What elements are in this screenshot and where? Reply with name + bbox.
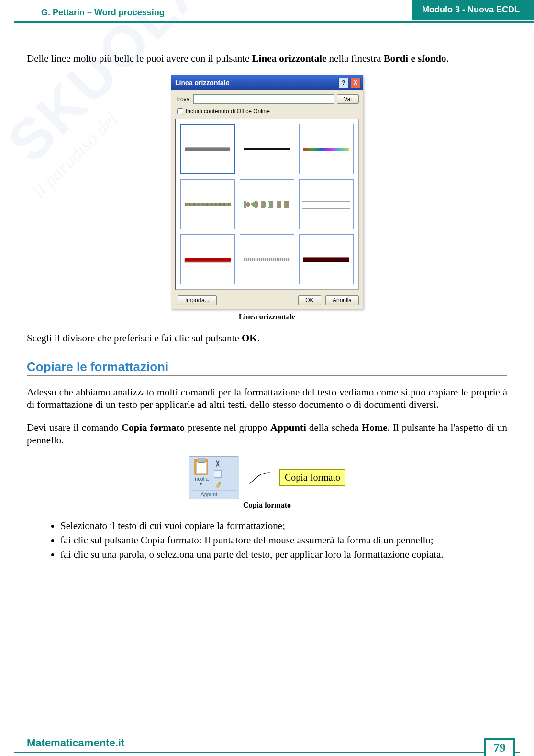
dropdown-arrow-icon: ▾ [200,483,202,485]
cut-icon[interactable] [214,460,222,467]
group-label: Appunti [200,491,218,498]
import-button[interactable]: Importa... [178,295,217,305]
line-swatch-arrows[interactable] [299,179,354,229]
text-bold: Copia formato [122,422,185,433]
section-rule [27,375,507,376]
line-swatch-pattern[interactable] [180,179,235,229]
text: presente nel gruppo [185,422,270,433]
text: Delle linee molto più belle le puoi aver… [27,53,252,64]
page-footer: Matematicamente.it 79 [0,733,534,756]
ok-button[interactable]: OK [298,295,321,305]
figure-caption-2: Copia formato [27,500,507,510]
list-item: fai clic sul pulsante Copia formato: Il … [60,534,507,546]
dialog-launcher-icon[interactable] [222,492,227,497]
help-button[interactable]: ? [338,78,349,88]
clipboard-group: Incolla ▾ Appunti [189,456,239,499]
line-swatch-darkred[interactable] [299,234,354,284]
page-header: G. Pettarin – Word processing Modulo 3 -… [0,0,534,23]
figure-caption-1: Linea orizzontale [27,312,507,322]
dialog-title: Linea orizzontale [175,79,230,88]
text: . [446,53,449,64]
line-swatch-red[interactable] [180,234,235,284]
list-item: fai clic su una parola, o seleziona una … [60,548,507,561]
line-swatch-notched[interactable] [240,234,294,284]
text: Devi usare il comando [27,422,122,433]
include-online-label: Includi contenuto di Office Online [186,108,270,115]
include-online-checkbox[interactable] [177,108,183,114]
line-swatch-thin-dark[interactable] [240,124,294,174]
text-bold: Bordi e sfondo [384,53,446,64]
format-painter-icon[interactable] [214,481,222,488]
page-number: 79 [484,738,515,756]
text-bold: Appunti [270,422,306,433]
paragraph-3: Adesso che abbiamo analizzato molti coma… [27,386,507,411]
text: . [257,332,260,344]
go-button[interactable]: Vai [337,94,359,104]
line-gallery [175,119,359,290]
footer-site: Matematicamente.it [27,737,124,749]
instruction-list: Selezionato il testo di cui vuoi copiare… [27,519,507,561]
paste-button[interactable]: Incolla ▾ [191,459,211,485]
text-bold: Home [362,422,388,433]
callout-connector [249,467,270,489]
paragraph-2: Scegli il divisore che preferisci e fai … [27,332,507,344]
footer-rule [14,752,520,753]
header-right: Modulo 3 - Nuova ECDL [412,0,534,20]
line-swatch-rainbow[interactable] [299,124,354,174]
close-button[interactable]: X [350,78,361,88]
text: Scegli il divisore che preferisci e fai … [27,332,242,344]
paragraph-1: Delle linee molto più belle le puoi aver… [27,52,507,65]
ribbon-figure: Incolla ▾ Appunti [27,456,507,499]
section-heading: Copiare le formattazioni [27,359,507,375]
paragraph-4: Devi usare il comando Copia formato pres… [27,421,507,447]
text: della scheda [306,422,362,433]
header-left: G. Pettarin – Word processing [41,8,165,18]
list-item: Selezionato il testo di cui vuoi copiare… [60,519,507,532]
cancel-button[interactable]: Annulla [325,295,359,305]
text-bold: OK [242,332,257,344]
line-swatch-gray-thick[interactable] [180,124,235,174]
find-label: Trova: [175,96,191,103]
find-input[interactable] [193,94,334,104]
text-bold: Linea orizzontale [252,53,327,64]
copy-icon[interactable] [214,470,222,478]
text: nella finestra [326,53,384,64]
line-swatch-floral[interactable] [240,179,294,229]
dialog-titlebar: Linea orizzontale ? X [171,75,363,90]
header-rule [14,21,534,23]
callout-label: Copia formato [279,469,345,486]
horizontal-line-dialog: Linea orizzontale ? X Trova: Vai Includi… [171,75,363,309]
clipboard-icon [194,459,208,475]
